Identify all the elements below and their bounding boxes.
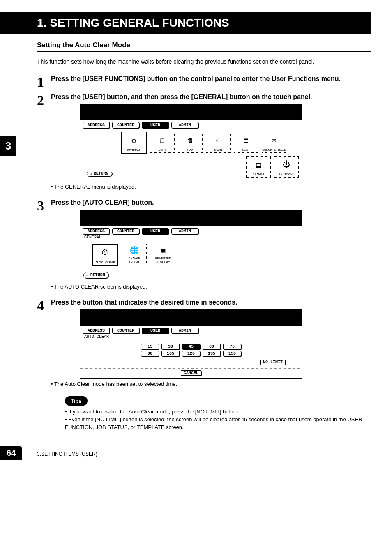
cancel-button[interactable]: CANCEL [181,370,201,376]
auto-clear-button[interactable]: ⏱ AUTO CLEAR [92,244,118,266]
tab-admin[interactable]: ADMIN [171,328,198,334]
tab-address[interactable]: ADDRESS [83,122,110,128]
step-instruction: Press the button that indicates the desi… [51,298,371,307]
user-icons-row-1: ⚙ GENERAL ❐ COPY ☎ FAX ⇦ [80,129,302,156]
globe-icon: 🌐 [130,244,139,256]
return-button[interactable]: RETURN [87,171,112,177]
screen-title-bar [80,104,302,120]
return-button[interactable]: RETURN [83,272,109,278]
change-language-label: CHANGE LANGUAGE [127,256,142,264]
step-note: The Auto Clear mode has been set to sele… [51,381,371,387]
step-instruction: Press the [AUTO CLEAR] button. [51,198,371,207]
panel-tabs-row: ADDRESS COUNTER USER ADMIN [80,120,302,129]
step-number: 4 [37,298,51,432]
time-button-75[interactable]: 75 [223,344,241,349]
scan-button[interactable]: ⇦ SCAN [206,132,231,153]
time-row-2: 90105120135150 [84,351,298,356]
page-number: 64 [0,446,22,460]
breadcrumb: GENERAL [80,235,302,240]
time-row-1: 1530456075 [84,344,298,349]
tip-item: If you want to disable the Auto Clear mo… [65,408,371,416]
general-menu-screen: ADDRESS COUNTER USER ADMIN GENERAL ⏱ AUT… [80,210,302,281]
email-label: CHECK E-MAIL [262,148,286,152]
fax-label: FAX [187,148,193,152]
no-limit-button[interactable]: NO LIMIT [260,360,286,365]
footer-text: 3.SETTING ITEMS (USER) [37,451,97,457]
general-icon: ⚙ [132,132,136,148]
screen-title-bar [80,309,302,326]
tab-address[interactable]: ADDRESS [83,228,110,234]
drawer-label: DRAWER [253,173,265,176]
tab-user[interactable]: USER [142,122,169,128]
reversed-display-label: REVERSED DISPLAY [155,256,171,264]
user-icons-row-2: ▤ DRAWER ⏻ SHUTDOWN [246,156,299,178]
drawer-button[interactable]: ▤ DRAWER [246,156,271,178]
tip-item: Even if the [NO LIMIT] button is selecte… [65,416,371,432]
time-button-150[interactable]: 150 [223,351,241,356]
auto-clear-screen: ADDRESS COUNTER USER ADMIN AUTO CLEAR 15… [80,309,302,379]
side-chapter-tab: 3 [0,136,16,156]
auto-clear-icon: ⏱ [101,245,109,261]
scan-icon: ⇦ [216,132,221,148]
time-button-15[interactable]: 15 [141,344,159,349]
copy-label: COPY [158,148,166,152]
scan-label: SCAN [214,148,222,152]
tab-user[interactable]: USER [142,328,169,334]
breadcrumb: AUTO CLEAR [80,335,302,340]
chapter-title: 1. SETTING GENERAL FUNCTIONS [37,16,363,30]
panel-tabs-row: ADDRESS COUNTER USER ADMIN [80,326,302,335]
general-options-row: ⏱ AUTO CLEAR 🌐 CHANGE LANGUAGE ▦ REVERSE… [80,240,302,270]
fax-icon: ☎ [188,132,193,148]
tab-counter[interactable]: COUNTER [112,228,139,234]
tips-badge: Tips [65,396,88,406]
fax-button[interactable]: ☎ FAX [178,132,203,153]
step-number: 3 [37,198,51,295]
copy-icon: ❐ [160,132,165,148]
general-label: GENERAL [127,148,141,152]
screen-title-bar [80,210,302,226]
tab-user[interactable]: USER [142,228,169,234]
general-button[interactable]: ⚙ GENERAL [121,132,147,154]
tab-address[interactable]: ADDRESS [83,328,110,334]
tab-admin[interactable]: ADMIN [171,122,198,128]
email-icon: ✉ [272,132,277,148]
step-1: 1 Press the [USER FUNCTIONS] button on t… [37,74,371,89]
step-number: 1 [37,74,51,89]
time-button-45[interactable]: 45 [182,344,200,349]
step-note: The GENERAL menu is displayed. [51,184,371,190]
user-menu-screen: ADDRESS COUNTER USER ADMIN ⚙ GENERAL ❐ C… [80,104,302,181]
tab-counter[interactable]: COUNTER [112,122,139,128]
intro-text: This function sets how long the machine … [37,58,371,66]
shutdown-button[interactable]: ⏻ SHUTDOWN [274,156,299,178]
time-button-60[interactable]: 60 [203,344,221,349]
step-instruction: Press the [USER] button, and then press … [51,92,371,102]
time-button-105[interactable]: 105 [161,351,180,356]
time-button-30[interactable]: 30 [161,344,180,349]
step-note: The AUTO CLEAR screen is displayed. [51,284,371,290]
tab-counter[interactable]: COUNTER [112,328,139,334]
reversed-display-icon: ▦ [161,244,166,256]
time-button-135[interactable]: 135 [203,351,221,356]
reversed-display-button[interactable]: ▦ REVERSED DISPLAY [151,244,175,265]
shutdown-icon: ⏻ [283,157,290,173]
list-button[interactable]: ≣ LIST [234,132,258,153]
step-instruction: Press the [USER FUNCTIONS] button on the… [51,74,371,83]
copy-button[interactable]: ❐ COPY [150,132,175,153]
drawer-icon: ▤ [256,157,261,173]
section-rule [37,51,371,52]
time-button-90[interactable]: 90 [141,351,159,356]
step-2: 2 Press the [USER] button, and then pres… [37,92,371,195]
time-button-120[interactable]: 120 [182,351,200,356]
step-4: 4 Press the button that indicates the de… [37,298,371,432]
page-footer: 64 3.SETTING ITEMS (USER) [0,444,371,460]
panel-tabs-row: ADDRESS COUNTER USER ADMIN [80,226,302,235]
tab-admin[interactable]: ADMIN [171,228,198,234]
step-3: 3 Press the [AUTO CLEAR] button. ADDRESS… [37,198,371,295]
section-title: Setting the Auto Clear Mode [37,41,371,49]
change-language-button[interactable]: 🌐 CHANGE LANGUAGE [122,244,147,265]
step-number: 2 [37,92,51,195]
auto-clear-label: AUTO CLEAR [95,261,115,264]
time-buttons-area: 1530456075 90105120135150 NO LIMIT [80,340,302,369]
check-email-button[interactable]: ✉ CHECK E-MAIL [262,132,286,153]
list-icon: ≣ [244,132,249,148]
